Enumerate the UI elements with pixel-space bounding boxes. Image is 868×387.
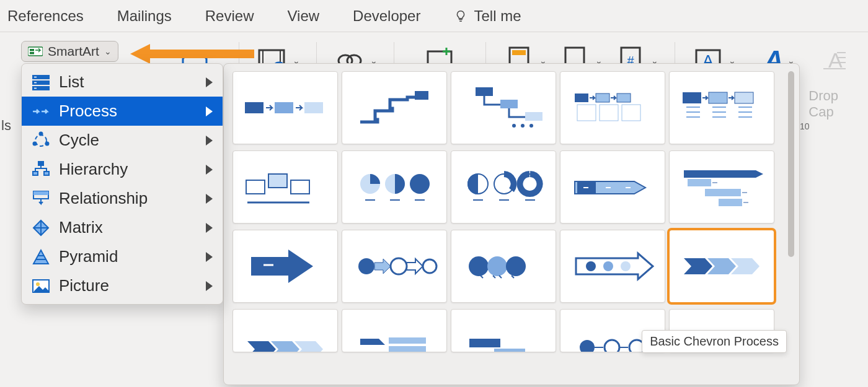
process-thumb-picture-accent[interactable] bbox=[232, 150, 338, 224]
svg-rect-77 bbox=[469, 339, 500, 347]
category-label: Relationship bbox=[59, 189, 148, 208]
svg-point-71 bbox=[506, 256, 526, 276]
submenu-arrow-icon bbox=[206, 136, 213, 146]
process-thumb-segmented[interactable] bbox=[342, 309, 447, 352]
process-thumb-pie-process[interactable] bbox=[342, 150, 447, 224]
process-thumb-staggered[interactable] bbox=[451, 309, 556, 352]
dropcap-label: Drop Cap bbox=[808, 88, 859, 120]
process-thumb-step-down[interactable] bbox=[451, 71, 556, 144]
process-thumb-circle-arrows[interactable] bbox=[342, 230, 447, 303]
category-label: List bbox=[59, 72, 84, 92]
tab-review[interactable]: Review bbox=[205, 7, 254, 25]
svg-point-69 bbox=[469, 256, 489, 276]
process-thumb-large-arrow[interactable] bbox=[232, 230, 338, 303]
smartart-icon bbox=[28, 46, 43, 57]
smartart-category-relationship[interactable]: Relationship bbox=[22, 184, 223, 213]
smartart-category-hierarchy[interactable]: Hierarchy bbox=[22, 155, 223, 184]
submenu-arrow-icon bbox=[206, 77, 213, 87]
svg-point-66 bbox=[358, 258, 374, 274]
svg-rect-49 bbox=[622, 105, 640, 121]
svg-point-72 bbox=[586, 261, 596, 271]
process-thumb-step-up[interactable] bbox=[342, 71, 447, 144]
svg-rect-31 bbox=[33, 191, 48, 195]
smartart-category-pyramid[interactable]: Pyramid bbox=[22, 242, 223, 271]
svg-rect-75 bbox=[389, 337, 426, 344]
svg-rect-63 bbox=[688, 179, 711, 186]
submenu-arrow-icon bbox=[206, 223, 213, 233]
smartart-label: SmartArt bbox=[48, 44, 99, 59]
ribbon-tabs: References Mailings Review View Develope… bbox=[0, 0, 868, 32]
svg-rect-11 bbox=[512, 50, 526, 55]
svg-rect-2 bbox=[30, 52, 34, 54]
left-stub-label: ls bbox=[0, 118, 12, 134]
process-thumb-increasing-circle[interactable] bbox=[451, 150, 556, 224]
process-thumb-converging-arrows[interactable] bbox=[669, 150, 774, 224]
picture-icon bbox=[32, 277, 50, 295]
svg-rect-44 bbox=[575, 93, 588, 102]
svg-rect-76 bbox=[389, 346, 426, 352]
process-thumb-dotted-arrow[interactable] bbox=[560, 230, 665, 303]
svg-rect-38 bbox=[476, 87, 493, 96]
process-thumb-arrow-ribbon[interactable] bbox=[560, 150, 665, 224]
smartart-category-cycle[interactable]: Cycle bbox=[22, 126, 223, 155]
svg-point-67 bbox=[391, 258, 407, 274]
relationship-icon bbox=[32, 189, 50, 208]
ribbon: SmartArt ⌄ ⌄ ⌄ Media bbox=[0, 32, 868, 131]
svg-point-80 bbox=[604, 340, 619, 352]
category-label: Hierarchy bbox=[59, 160, 128, 179]
svg-rect-47 bbox=[577, 105, 596, 121]
svg-point-24 bbox=[40, 132, 43, 135]
process-thumb-basic-process[interactable] bbox=[232, 71, 338, 144]
svg-point-23 bbox=[35, 135, 46, 146]
tab-mailings[interactable]: Mailings bbox=[117, 7, 172, 25]
process-thumb-chevron-accent[interactable] bbox=[232, 309, 338, 352]
svg-rect-39 bbox=[500, 100, 518, 108]
process-thumb-accent-process[interactable] bbox=[560, 71, 665, 144]
tell-me-label: Tell me bbox=[474, 7, 521, 25]
smartart-category-process[interactable]: Process bbox=[22, 97, 223, 126]
smartart-category-list[interactable]: List bbox=[22, 67, 223, 97]
cycle-icon bbox=[32, 131, 50, 150]
tab-references[interactable]: References bbox=[7, 7, 84, 25]
svg-point-73 bbox=[603, 261, 613, 271]
svg-rect-29 bbox=[44, 172, 49, 175]
smartart-category-picture[interactable]: Picture bbox=[22, 271, 223, 300]
svg-point-68 bbox=[423, 259, 436, 273]
tab-view[interactable]: View bbox=[287, 7, 319, 25]
svg-point-33 bbox=[36, 282, 40, 286]
hierarchy-icon bbox=[32, 160, 50, 179]
svg-rect-48 bbox=[600, 105, 618, 121]
process-thumb-alternating-flow[interactable] bbox=[669, 71, 774, 144]
svg-point-26 bbox=[33, 142, 37, 145]
category-label: Matrix bbox=[59, 218, 103, 237]
submenu-arrow-icon bbox=[206, 107, 213, 116]
process-icon bbox=[32, 102, 50, 121]
process-thumb-interconnected-circles[interactable] bbox=[451, 230, 556, 303]
svg-rect-1 bbox=[30, 49, 34, 51]
group-dropcap: A Drop Cap bbox=[808, 38, 859, 120]
smartart-category-matrix[interactable]: Matrix bbox=[22, 213, 223, 242]
submenu-arrow-icon bbox=[206, 252, 213, 262]
svg-rect-54 bbox=[268, 174, 287, 188]
pyramid-icon bbox=[32, 248, 50, 266]
dropcap-icon: A bbox=[817, 44, 851, 77]
tab-tell-me[interactable]: Tell me bbox=[454, 7, 521, 25]
svg-rect-53 bbox=[246, 180, 265, 194]
category-label: Pyramid bbox=[59, 247, 118, 266]
svg-point-58 bbox=[410, 174, 430, 194]
svg-point-25 bbox=[46, 142, 49, 145]
tab-developer[interactable]: Developer bbox=[353, 7, 420, 25]
svg-rect-0 bbox=[28, 47, 43, 56]
svg-point-79 bbox=[580, 340, 595, 352]
lightbulb-icon bbox=[454, 9, 467, 23]
process-thumb-basic-chevron[interactable] bbox=[669, 230, 774, 303]
svg-point-70 bbox=[487, 256, 507, 276]
svg-rect-64 bbox=[705, 189, 741, 196]
dropcap-button: A bbox=[817, 38, 851, 83]
category-label: Picture bbox=[59, 276, 109, 295]
chevron-down-icon: ⌄ bbox=[104, 46, 112, 56]
smartart-dropdown-button[interactable]: SmartArt ⌄ bbox=[21, 41, 118, 62]
scrollbar-thumb[interactable] bbox=[788, 71, 794, 257]
submenu-arrow-icon bbox=[206, 281, 213, 291]
category-label: Process bbox=[59, 102, 117, 121]
